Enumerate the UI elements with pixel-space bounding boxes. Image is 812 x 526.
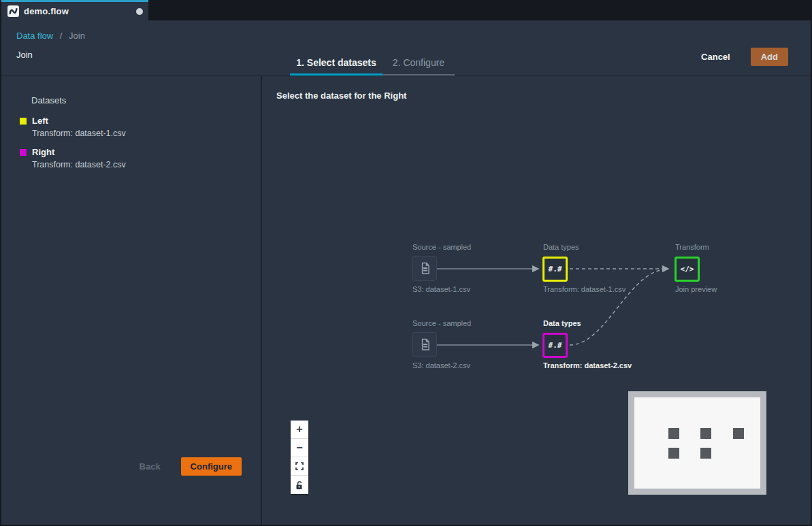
zoom-out-button[interactable]: − (291, 439, 308, 457)
datatypes1-bottom-label: Transform: dataset-1.csv (543, 285, 626, 293)
source2-top-label: Source - sampled (412, 319, 471, 327)
datatypes2-bottom-label: Transform: dataset-2.csv (543, 361, 632, 369)
dataset-detail: Transform: dataset-2.csv (32, 160, 126, 169)
tab-demo-flow[interactable]: demo.flow (1, 0, 148, 20)
zoom-in-button[interactable]: + (291, 421, 308, 439)
source1-bottom-label: S3: dataset-1.csv (412, 285, 470, 293)
dataset-name: Left (32, 116, 126, 126)
unlock-open-icon (295, 480, 304, 490)
left-color-swatch (20, 118, 27, 125)
number-type-glyph: #.# (549, 265, 562, 274)
datasets-heading: Datasets (31, 95, 261, 105)
transform-top-label: Transform (675, 243, 709, 251)
fit-view-icon (295, 462, 304, 470)
unsaved-dot-indicator[interactable] (136, 8, 143, 15)
dataset-item-right[interactable]: Right Transform: dataset-2.csv (20, 147, 261, 169)
canvas-minimap[interactable] (628, 391, 766, 495)
minimap-node (700, 428, 711, 439)
dataset-name: Right (32, 147, 126, 157)
document-icon (419, 262, 430, 275)
breadcrumb: Data flow / Join (16, 31, 85, 41)
tab-strip: demo.flow (0, 0, 812, 20)
flow-canvas[interactable]: Select the dataset for the Right (262, 76, 811, 525)
breadcrumb-separator: / (60, 31, 63, 41)
panel-footer: Back Configure (135, 457, 242, 476)
configure-button[interactable]: Configure (181, 457, 242, 476)
cancel-button[interactable]: Cancel (697, 51, 734, 63)
code-glyph: </> (681, 265, 694, 274)
source1-node[interactable] (412, 256, 437, 281)
datasets-panel: Datasets Left Transform: dataset-1.csv R… (1, 76, 262, 525)
datatypes1-node[interactable]: #.# (542, 257, 568, 282)
datatypes1-top-label: Data types (543, 243, 579, 251)
source1-top-label: Source - sampled (412, 243, 471, 251)
wizard-steps: 1. Select datasets 2. Configure (290, 57, 455, 76)
breadcrumb-current: Join (69, 31, 85, 41)
page-body: Datasets Left Transform: dataset-1.csv R… (1, 76, 811, 525)
minimap-node (733, 428, 744, 439)
tab-title: demo.flow (24, 6, 69, 16)
step-select-datasets[interactable]: 1. Select datasets (290, 57, 383, 76)
transform-bottom-label: Join preview (675, 285, 717, 293)
datasets-list: Datasets Left Transform: dataset-1.csv R… (1, 76, 261, 169)
document-icon (419, 338, 430, 351)
back-button[interactable]: Back (135, 461, 165, 472)
right-color-swatch (20, 149, 27, 156)
minimap-node (668, 448, 679, 459)
source2-bottom-label: S3: dataset-2.csv (412, 361, 470, 369)
dataset-detail: Transform: dataset-1.csv (32, 129, 126, 138)
minimap-node (668, 428, 679, 439)
step-configure[interactable]: 2. Configure (383, 57, 455, 76)
number-type-glyph: #.# (549, 341, 562, 350)
app-window: demo.flow Data flow / Join Join 1. Selec… (0, 0, 812, 526)
canvas-zoom-toolbar: + − (291, 421, 308, 494)
main-surface: Data flow / Join Join 1. Select datasets… (1, 20, 811, 525)
breadcrumb-data-flow-link[interactable]: Data flow (16, 31, 53, 41)
datatypes2-top-label: Data types (543, 319, 581, 327)
data-wrangler-wave-icon (7, 5, 19, 17)
datatypes2-node[interactable]: #.# (542, 333, 568, 358)
lock-toggle-button[interactable] (291, 476, 308, 494)
minimap-node (700, 448, 711, 459)
header-actions: Cancel Add (697, 48, 788, 66)
fit-view-button[interactable] (291, 457, 308, 476)
join-preview-node[interactable]: </> (675, 257, 700, 282)
page-header: Data flow / Join Join 1. Select datasets… (1, 20, 811, 76)
dataset-item-left[interactable]: Left Transform: dataset-1.csv (20, 116, 261, 138)
page-title: Join (16, 50, 33, 60)
add-button[interactable]: Add (751, 48, 788, 66)
minimap-viewport (634, 397, 760, 489)
source2-node[interactable] (412, 332, 437, 357)
